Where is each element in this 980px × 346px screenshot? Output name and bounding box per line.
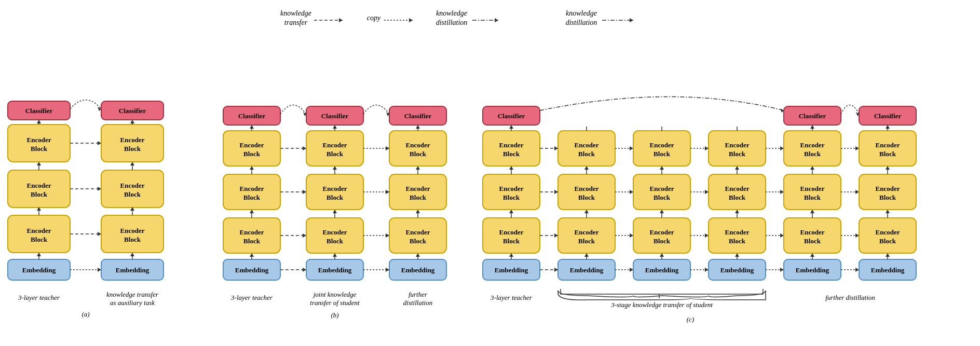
svg-text:Block: Block: [124, 145, 141, 153]
svg-marker-169: [509, 253, 513, 257]
svg-marker-105: [333, 125, 337, 129]
svg-marker-291: [705, 233, 709, 238]
svg-marker-128: [303, 268, 306, 272]
svg-marker-307: [855, 233, 859, 238]
encoder-label: Encoder: [27, 227, 51, 234]
svg-marker-208: [660, 210, 664, 213]
svg-text:Encoder: Encoder: [240, 185, 264, 192]
svg-marker-283: [630, 233, 633, 238]
svg-text:Encoder: Encoder: [876, 141, 900, 149]
svg-text:Block: Block: [578, 237, 595, 245]
full-diagram: Embedding Encoder Block Encoder Block En…: [0, 0, 980, 346]
svg-text:Block: Block: [243, 193, 261, 201]
svg-marker-244: [810, 253, 814, 257]
svg-text:Encoder: Encoder: [725, 185, 750, 192]
svg-text:Block: Block: [124, 236, 141, 243]
svg-marker-309: [855, 190, 859, 194]
svg-marker-273: [554, 268, 558, 272]
svg-text:Block: Block: [804, 237, 821, 245]
svg-text:Encoder: Encoder: [323, 141, 347, 149]
svg-marker-267: [886, 210, 890, 213]
svg-marker-287: [630, 146, 633, 150]
svg-marker-122: [416, 210, 420, 213]
svg-text:knowledge transfer: knowledge transfer: [106, 290, 159, 298]
svg-text:Encoder: Encoder: [27, 136, 51, 144]
svg-text:Encoder: Encoder: [499, 185, 524, 192]
svg-text:Block: Block: [31, 236, 48, 243]
svg-text:Block: Block: [654, 193, 671, 201]
svg-marker-173: [509, 166, 513, 170]
svg-text:Encoder: Encoder: [650, 185, 674, 192]
svg-text:Classifier: Classifier: [238, 112, 266, 120]
svg-text:Encoder: Encoder: [575, 141, 599, 149]
svg-marker-175: [509, 125, 513, 129]
svg-text:Block: Block: [804, 150, 821, 158]
svg-text:Encoder: Encoder: [240, 141, 264, 149]
svg-text:Block: Block: [326, 193, 344, 201]
svg-text:Block: Block: [654, 237, 671, 245]
svg-text:Encoder: Encoder: [499, 228, 524, 236]
svg-text:Encoder: Encoder: [323, 185, 347, 192]
svg-text:Block: Block: [326, 237, 344, 245]
svg-text:3-stage knowledge transfer of : 3-stage knowledge transfer of student: [610, 301, 713, 309]
svg-text:Classifier: Classifier: [119, 107, 146, 115]
svg-text:Encoder: Encoder: [650, 141, 674, 149]
svg-text:Encoder: Encoder: [575, 185, 599, 192]
svg-text:Embedding: Embedding: [401, 266, 435, 274]
svg-text:Block: Block: [243, 150, 261, 158]
svg-text:Encoder: Encoder: [800, 228, 825, 236]
svg-text:Encoder: Encoder: [406, 185, 430, 192]
svg-marker-206: [660, 253, 664, 257]
svg-text:Encoder: Encoder: [240, 228, 264, 236]
svg-marker-18: [37, 120, 41, 123]
svg-marker-132: [303, 190, 306, 194]
svg-text:Block: Block: [326, 150, 344, 158]
svg-text:Encoder: Encoder: [725, 141, 750, 149]
svg-text:Block: Block: [804, 193, 821, 201]
svg-text:Block: Block: [578, 150, 595, 158]
svg-marker-228: [735, 166, 739, 170]
svg-text:Block: Block: [729, 193, 746, 201]
svg-text:Block: Block: [654, 150, 671, 158]
svg-text:Embedding: Embedding: [235, 266, 269, 274]
svg-text:distillation: distillation: [436, 19, 468, 26]
svg-text:Embedding: Embedding: [318, 266, 352, 274]
svg-text:3-layer teacher: 3-layer teacher: [490, 294, 533, 301]
svg-marker-224: [735, 253, 739, 257]
svg-text:Classifier: Classifier: [799, 112, 826, 120]
svg-marker-80: [250, 210, 254, 213]
svg-text:Classifier: Classifier: [498, 112, 525, 120]
svg-marker-188: [584, 253, 589, 257]
svg-marker-295: [705, 146, 709, 150]
svg-text:knowledge: knowledge: [280, 9, 311, 17]
svg-text:Encoder: Encoder: [575, 228, 599, 236]
svg-marker-84: [250, 125, 254, 129]
svg-marker-101: [333, 210, 337, 213]
svg-text:Encoder: Encoder: [876, 185, 900, 192]
svg-text:Encoder: Encoder: [800, 141, 825, 149]
svg-marker-279: [554, 146, 558, 150]
svg-marker-281: [630, 268, 633, 272]
svg-text:Embedding: Embedding: [796, 266, 829, 274]
svg-text:further: further: [409, 290, 428, 298]
svg-text:Embedding: Embedding: [645, 266, 679, 274]
diagram-svg: Embedding Encoder Block Encoder Block En…: [0, 0, 980, 346]
svg-text:further distillation: further distillation: [825, 294, 875, 301]
svg-text:Block: Block: [31, 190, 48, 198]
svg-text:(b): (b): [331, 311, 338, 319]
svg-marker-56: [339, 18, 343, 22]
svg-text:transfer: transfer: [284, 19, 308, 26]
svg-text:Classifier: Classifier: [404, 112, 432, 120]
embedding-label: Embedding: [22, 266, 56, 274]
svg-text:Encoder: Encoder: [120, 227, 145, 234]
svg-marker-126: [416, 125, 420, 129]
svg-text:Block: Block: [243, 237, 261, 245]
svg-marker-45: [98, 187, 101, 191]
svg-text:Encoder: Encoder: [120, 136, 145, 144]
svg-text:Encoder: Encoder: [406, 141, 430, 149]
svg-text:Encoder: Encoder: [27, 182, 51, 189]
svg-marker-269: [886, 166, 890, 170]
svg-text:Block: Block: [729, 237, 746, 245]
svg-marker-82: [250, 166, 254, 170]
svg-marker-248: [810, 166, 814, 170]
